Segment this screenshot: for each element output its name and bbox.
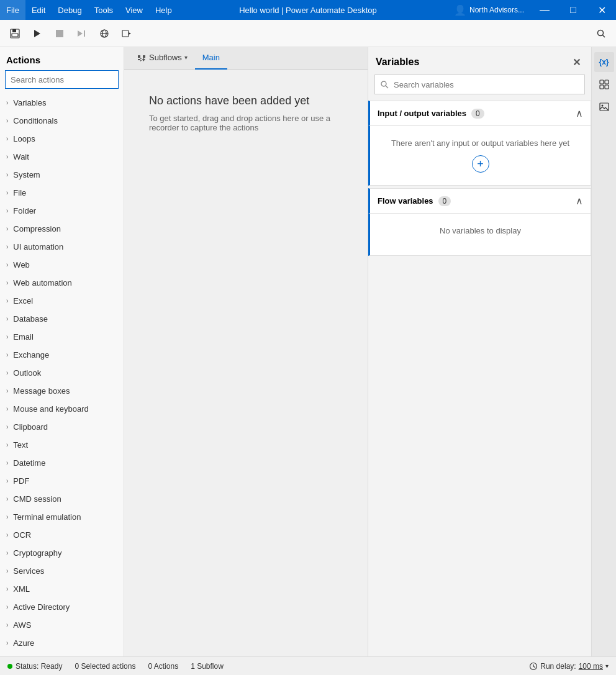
input-output-title: Input / output variables [378,109,466,118]
action-item-clipboard[interactable]: ›Clipboard [0,418,124,436]
variables-title: Variables [376,57,419,68]
subflows-chevron: ▾ [184,54,188,61]
stop-button[interactable] [50,24,70,43]
action-item-aws[interactable]: ›AWS [0,616,124,634]
action-item-outlook[interactable]: ›Outlook [0,364,124,382]
status-bar: Status: Ready 0 Selected actions 0 Actio… [0,656,616,675]
next-step-button[interactable] [72,24,92,43]
collapse-icon: ∧ [576,107,583,119]
action-item-conditionals[interactable]: ›Conditionals [0,112,124,130]
status-ready: Status: Ready [7,662,62,671]
chevron-icon: › [6,333,8,340]
variables-search-input[interactable] [394,80,579,89]
svg-rect-6 [84,30,85,37]
flow-variables-count: 0 [438,196,451,206]
add-input-output-button[interactable]: + [472,155,489,173]
actions-list: ›Variables ›Conditionals ›Loops ›Wait ›S… [0,94,124,656]
action-item-excel[interactable]: ›Excel [0,292,124,310]
variables-toggle-button[interactable]: {x} [594,52,614,72]
chevron-icon: › [6,225,8,232]
action-item-variables[interactable]: ›Variables [0,94,124,112]
chevron-icon: › [6,351,8,358]
recorder-button[interactable] [117,24,137,43]
flow-variables-title: Flow variables [378,196,433,206]
action-item-ocr[interactable]: ›OCR [0,526,124,544]
action-item-message-boxes[interactable]: ›Message boxes [0,382,124,400]
chevron-icon: › [6,496,8,502]
run-delay-value[interactable]: 100 ms [579,662,603,671]
images-button[interactable] [594,97,614,117]
menu-edit[interactable]: Edit [25,0,52,20]
search-input[interactable] [5,70,119,89]
selected-actions-text: 0 Selected actions [75,662,135,671]
action-item-exchange[interactable]: ›Exchange [0,346,124,364]
chevron-icon: › [6,478,8,484]
action-item-ui-automation[interactable]: ›UI automation [0,238,124,256]
toolbar [0,20,616,47]
action-item-email[interactable]: ›Email [0,328,124,346]
run-delay-chevron[interactable]: ▾ [605,663,609,669]
menu-file[interactable]: File [0,0,25,20]
chevron-icon: › [6,640,8,646]
action-item-web-automation[interactable]: ›Web automation [0,274,124,292]
svg-marker-11 [129,32,131,35]
svg-rect-17 [605,80,609,84]
actions-search-container [0,70,124,94]
variables-panel: Variables ✕ Input / output variables 0 ∧ [368,47,591,656]
svg-point-14 [381,81,386,86]
canvas-content: No actions have been added yet To get st… [124,70,368,656]
action-item-pdf[interactable]: ›PDF [0,472,124,490]
action-item-wait[interactable]: ›Wait [0,148,124,166]
action-item-datetime[interactable]: ›Datetime [0,454,124,472]
actions-panel: Actions ›Variables ›Conditionals ›Loops … [0,47,124,656]
chevron-icon: › [6,460,8,466]
input-output-empty-text: There aren't any input or output variabl… [383,138,578,148]
save-button[interactable] [5,24,25,43]
action-item-mouse-keyboard[interactable]: ›Mouse and keyboard [0,400,124,418]
action-item-text[interactable]: ›Text [0,436,124,454]
flow-variables-section: Flow variables 0 ∧ No variables to displ… [368,188,591,256]
action-item-active-directory[interactable]: ›Active Directory [0,598,124,616]
chevron-icon: › [6,315,8,322]
search-button[interactable] [591,24,611,43]
run-delay-container: Run delay: 100 ms ▾ [529,662,609,671]
action-item-terminal-emulation[interactable]: ›Terminal emulation [0,508,124,526]
action-item-cognitive[interactable]: ›Cognitive [0,652,124,656]
menu-tools[interactable]: Tools [88,0,119,20]
action-item-services[interactable]: ›Services [0,562,124,580]
menu-help[interactable]: Help [149,0,178,20]
tab-subflows[interactable]: Subflows ▾ [129,47,195,70]
input-output-section: Input / output variables 0 ∧ There aren'… [368,101,591,186]
window-title: Hello world | Power Automate Desktop [239,6,377,15]
svg-rect-10 [122,30,129,37]
chevron-icon: › [6,442,8,448]
action-item-azure[interactable]: ›Azure [0,634,124,652]
action-item-cryptography[interactable]: ›Cryptography [0,544,124,562]
action-item-database[interactable]: ›Database [0,310,124,328]
flow-variables-header[interactable]: Flow variables 0 ∧ [368,188,591,214]
action-item-loops[interactable]: ›Loops [0,130,124,148]
browser-extensions-button[interactable] [94,24,114,43]
action-item-file[interactable]: ›File [0,184,124,202]
action-item-folder[interactable]: ›Folder [0,202,124,220]
action-item-xml[interactable]: ›XML [0,580,124,598]
action-item-system[interactable]: ›System [0,166,124,184]
menu-debug[interactable]: Debug [52,0,88,20]
flow-collapse-icon: ∧ [576,195,583,207]
app-body: Actions ›Variables ›Conditionals ›Loops … [0,20,616,675]
minimize-button[interactable]: — [530,0,559,20]
svg-rect-18 [600,85,604,89]
run-button[interactable] [27,24,47,43]
menu-view[interactable]: View [119,0,149,20]
maximize-button[interactable]: □ [559,0,587,20]
account-info[interactable]: 👤 North Advisors... [448,4,530,16]
variables-close-button[interactable]: ✕ [569,55,584,70]
close-button[interactable]: ✕ [587,0,616,20]
input-output-header[interactable]: Input / output variables 0 ∧ [368,101,591,126]
action-item-compression[interactable]: ›Compression [0,220,124,238]
ui-elements-button[interactable] [594,75,614,94]
action-item-cmd-session[interactable]: ›CMD session [0,490,124,508]
action-item-web[interactable]: ›Web [0,256,124,274]
tab-main[interactable]: Main [195,47,227,70]
input-output-content: There aren't any input or output variabl… [368,126,591,186]
